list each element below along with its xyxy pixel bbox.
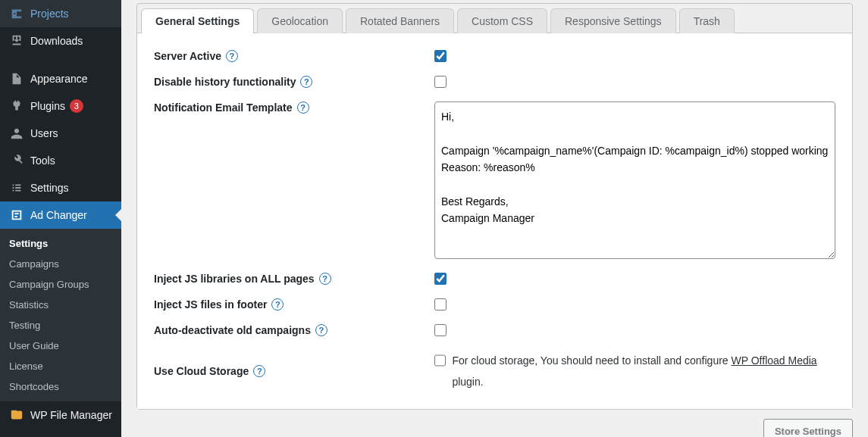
row-inject-footer: Inject JS files in footer ? bbox=[154, 298, 835, 311]
sidebar-item-label: Downloads bbox=[30, 35, 83, 47]
sidebar-item-downloads[interactable]: Downloads bbox=[0, 27, 121, 55]
submenu-item-testing[interactable]: Testing bbox=[0, 315, 121, 336]
help-icon[interactable]: ? bbox=[315, 324, 327, 336]
checkbox-server-active[interactable] bbox=[434, 50, 447, 62]
settings-icon bbox=[9, 180, 24, 195]
main-content: General Settings Geolocation Rotated Ban… bbox=[121, 0, 868, 437]
tab-geolocation[interactable]: Geolocation bbox=[257, 8, 343, 33]
store-settings-button[interactable]: Store Settings bbox=[763, 419, 853, 437]
sidebar-item-settings[interactable]: Settings bbox=[0, 174, 121, 201]
sidebar-item-label: Users bbox=[30, 127, 58, 139]
tab-responsive-settings[interactable]: Responsive Settings bbox=[550, 8, 676, 33]
checkbox-cloud-storage[interactable] bbox=[434, 354, 446, 367]
sidebar-item-wp-file-manager[interactable]: WP File Manager bbox=[0, 401, 121, 429]
checkbox-disable-history[interactable] bbox=[434, 76, 447, 88]
label-inject-footer: Inject JS files in footer bbox=[154, 298, 267, 311]
sidebar-item-label: Projects bbox=[30, 8, 69, 20]
sidebar-item-users[interactable]: Users bbox=[0, 120, 121, 147]
tab-general-settings[interactable]: General Settings bbox=[141, 8, 254, 33]
checkbox-auto-deactivate[interactable] bbox=[434, 324, 447, 336]
submenu-item-campaigns[interactable]: Campaigns bbox=[0, 254, 121, 274]
row-disable-history: Disable history functionality ? bbox=[154, 76, 835, 88]
downloads-icon bbox=[9, 33, 24, 48]
row-email-template: Notification Email Template ? bbox=[154, 101, 835, 259]
sidebar-submenu: Settings Campaigns Campaign Groups Stati… bbox=[0, 229, 121, 401]
row-server-active: Server Active ? bbox=[154, 50, 835, 62]
submenu-item-license[interactable]: License bbox=[0, 356, 121, 376]
label-cloud-storage: Use Cloud Storage bbox=[154, 365, 249, 377]
sidebar-item-appearance[interactable]: Appearance bbox=[0, 65, 121, 92]
sidebar-item-label: WP File Manager bbox=[30, 409, 112, 421]
submenu-item-shortcodes[interactable]: Shortcodes bbox=[0, 376, 121, 397]
admin-sidebar: Projects Downloads Appearance Plugins 3 … bbox=[0, 0, 121, 437]
sidebar-item-label: Ad Changer bbox=[30, 209, 87, 221]
projects-icon bbox=[9, 6, 24, 21]
panel-footer: Store Settings bbox=[136, 419, 853, 437]
sidebar-item-plugins[interactable]: Plugins 3 bbox=[0, 92, 121, 120]
tab-custom-css[interactable]: Custom CSS bbox=[457, 8, 547, 33]
cloud-storage-description: For cloud storage, You should need to in… bbox=[434, 350, 835, 392]
file-manager-icon bbox=[9, 407, 24, 423]
submenu-item-campaign-groups[interactable]: Campaign Groups bbox=[0, 274, 121, 295]
row-cloud-storage: Use Cloud Storage ? For cloud storage, Y… bbox=[154, 350, 835, 392]
settings-tabs: General Settings Geolocation Rotated Ban… bbox=[137, 4, 852, 33]
plugins-icon bbox=[9, 98, 24, 114]
sidebar-item-label: Plugins bbox=[30, 100, 65, 112]
label-inject-all: Inject JS libraries on ALL pages bbox=[154, 273, 315, 285]
plugins-badge: 3 bbox=[70, 99, 83, 113]
general-settings-panel: Server Active ? Disable history function… bbox=[137, 33, 852, 409]
svg-rect-1 bbox=[11, 410, 17, 413]
help-icon[interactable]: ? bbox=[253, 365, 265, 377]
textarea-email-template[interactable] bbox=[434, 101, 835, 259]
tools-icon bbox=[9, 153, 24, 168]
submenu-item-settings[interactable]: Settings bbox=[0, 233, 121, 254]
row-auto-deactivate: Auto-deactivate old campaigns ? bbox=[154, 324, 835, 336]
submenu-item-user-guide[interactable]: User Guide bbox=[0, 336, 121, 356]
checkbox-inject-all[interactable] bbox=[434, 273, 447, 285]
appearance-icon bbox=[9, 71, 24, 86]
sidebar-item-projects[interactable]: Projects bbox=[0, 0, 121, 27]
ad-changer-icon bbox=[9, 208, 24, 223]
tab-rotated-banners[interactable]: Rotated Banners bbox=[346, 8, 454, 33]
sidebar-item-label: Tools bbox=[30, 155, 55, 167]
sidebar-item-ad-changer[interactable]: Ad Changer bbox=[0, 201, 121, 229]
label-disable-history: Disable history functionality bbox=[154, 76, 296, 88]
label-server-active: Server Active bbox=[154, 50, 221, 62]
checkbox-inject-footer[interactable] bbox=[434, 298, 447, 311]
help-icon[interactable]: ? bbox=[297, 101, 309, 114]
sidebar-item-label: Appearance bbox=[30, 73, 88, 85]
sidebar-item-tools[interactable]: Tools bbox=[0, 147, 121, 174]
cloud-desc-pre: For cloud storage, You should need to in… bbox=[452, 354, 731, 367]
help-icon[interactable]: ? bbox=[271, 298, 284, 311]
cloud-desc-post: plugin. bbox=[452, 376, 483, 388]
users-icon bbox=[9, 126, 24, 141]
sidebar-item-label: Settings bbox=[30, 182, 69, 194]
label-email-template: Notification Email Template bbox=[154, 101, 293, 114]
help-icon[interactable]: ? bbox=[226, 50, 238, 62]
submenu-item-statistics[interactable]: Statistics bbox=[0, 295, 121, 315]
help-icon[interactable]: ? bbox=[300, 76, 312, 88]
row-inject-all: Inject JS libraries on ALL pages ? bbox=[154, 273, 835, 285]
tab-trash[interactable]: Trash bbox=[679, 8, 735, 33]
help-icon[interactable]: ? bbox=[319, 273, 331, 285]
cloud-link[interactable]: WP Offload Media bbox=[732, 354, 817, 367]
label-auto-deactivate: Auto-deactivate old campaigns bbox=[154, 324, 311, 336]
